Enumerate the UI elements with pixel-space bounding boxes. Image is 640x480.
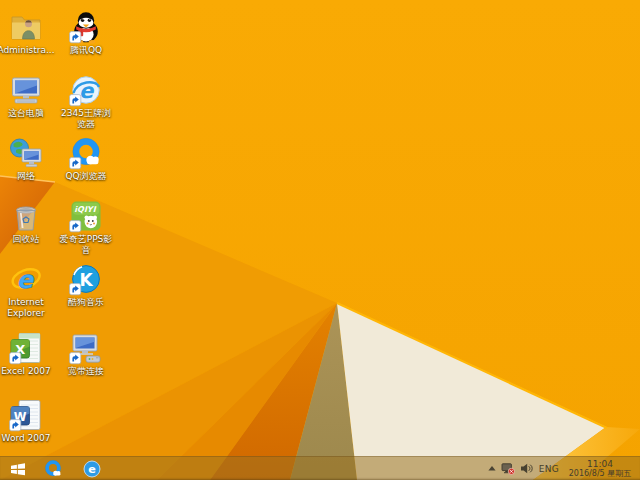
desktop-icon-broadband[interactable]: 宽带连接	[55, 331, 117, 377]
desktop-icon-label: 腾讯QQ	[57, 45, 115, 56]
desktop-icon-label: 宽带连接	[57, 366, 115, 377]
desktop-icon-recycle-bin[interactable]: 回收站	[0, 199, 57, 245]
desktop-icon-label: Excel 2007	[0, 366, 55, 377]
taskbar-2345-browser[interactable]: e	[77, 457, 107, 480]
shortcut-arrow-icon	[70, 284, 81, 295]
shortcut-arrow-icon	[70, 221, 81, 232]
svg-text:e: e	[88, 463, 96, 476]
qq-browser-ring-icon	[69, 136, 103, 170]
desktop-icon-label: Word 2007	[0, 433, 55, 444]
speaker-icon	[520, 463, 533, 474]
shortcut-arrow-icon	[70, 353, 81, 364]
network-disconnected-icon	[501, 463, 515, 475]
show-hidden-icons-button[interactable]	[484, 457, 499, 480]
desktop-icon-kugou-music[interactable]: K酷狗音乐	[55, 262, 117, 308]
shortcut-arrow-icon	[10, 353, 21, 364]
desktop-icon-label: 这台电脑	[0, 108, 55, 119]
desktop[interactable]: Administra...腾讯QQ这台电脑e2345王牌浏览器网络QQ浏览器回收…	[0, 0, 640, 456]
kugou-icon: K	[69, 262, 103, 296]
start-button[interactable]	[2, 457, 34, 480]
desktop-icon-internet-explorer[interactable]: eInternet Explorer	[0, 262, 57, 319]
desktop-icon-browser-2345[interactable]: e2345王牌浏览器	[55, 73, 117, 130]
shortcut-arrow-icon	[70, 95, 81, 106]
desktop-icon-label: Administra...	[0, 45, 55, 56]
desktop-icon-excel-2007[interactable]: XExcel 2007	[0, 331, 57, 377]
shortcut-arrow-icon	[70, 32, 81, 43]
e-2345-icon: e	[69, 73, 103, 107]
qq-browser-ring-icon	[43, 459, 63, 479]
desktop-icon-label: 网络	[0, 171, 55, 182]
taskbar-qq-browser[interactable]	[38, 457, 68, 480]
word-icon: W	[9, 398, 43, 432]
desktop-icon-label: Internet Explorer	[0, 297, 55, 319]
desktop-icon-label: 酷狗音乐	[57, 297, 115, 308]
windows-logo-icon	[10, 462, 26, 476]
broadband-icon	[69, 331, 103, 365]
svg-text:iQIYI: iQIYI	[74, 205, 96, 214]
desktop-icon-tencent-qq[interactable]: 腾讯QQ	[55, 10, 117, 56]
svg-text:K: K	[79, 270, 93, 290]
language-label: ENG	[539, 464, 559, 474]
folder-user-icon	[9, 10, 43, 44]
desktop-icon-label: 爱奇艺PPS影音	[57, 234, 115, 256]
screen: Administra...腾讯QQ这台电脑e2345王牌浏览器网络QQ浏览器回收…	[0, 0, 640, 480]
shortcut-arrow-icon	[70, 158, 81, 169]
computer-icon	[9, 73, 43, 107]
clock[interactable]: 11:04 2016/8/5 星期五	[563, 460, 640, 478]
network-status-icon[interactable]	[499, 457, 517, 480]
desktop-icon-qq-browser[interactable]: QQ浏览器	[55, 136, 117, 182]
desktop-icon-label: 回收站	[0, 234, 55, 245]
system-tray: ENG 11:04 2016/8/5 星期五	[484, 457, 640, 480]
iqiyi-icon: iQIYI	[69, 199, 103, 233]
volume-icon[interactable]	[517, 457, 535, 480]
language-indicator[interactable]: ENG	[535, 457, 563, 480]
recycle-bin-icon	[9, 199, 43, 233]
svg-text:e: e	[17, 266, 35, 294]
clock-date: 2016/8/5 星期五	[563, 469, 637, 478]
shortcut-arrow-icon	[10, 420, 21, 431]
desktop-icon-label: QQ浏览器	[57, 171, 115, 182]
excel-icon: X	[9, 331, 43, 365]
desktop-icon-label: 2345王牌浏览器	[57, 108, 115, 130]
desktop-icon-iqiyi-pps[interactable]: iQIYI爱奇艺PPS影音	[55, 199, 117, 256]
e-2345-task-icon: e	[82, 459, 102, 479]
svg-text:e: e	[79, 79, 95, 103]
desktop-icon-administrator-folder[interactable]: Administra...	[0, 10, 57, 56]
qq-penguin-icon	[69, 10, 103, 44]
desktop-icon-this-pc[interactable]: 这台电脑	[0, 73, 57, 119]
clock-time: 11:04	[563, 460, 637, 469]
ie-icon: e	[9, 262, 43, 296]
network-globe-icon	[9, 136, 43, 170]
desktop-icon-network[interactable]: 网络	[0, 136, 57, 182]
desktop-icon-word-2007[interactable]: WWord 2007	[0, 398, 57, 444]
taskbar: e	[0, 456, 640, 480]
chevron-up-icon	[488, 466, 496, 471]
